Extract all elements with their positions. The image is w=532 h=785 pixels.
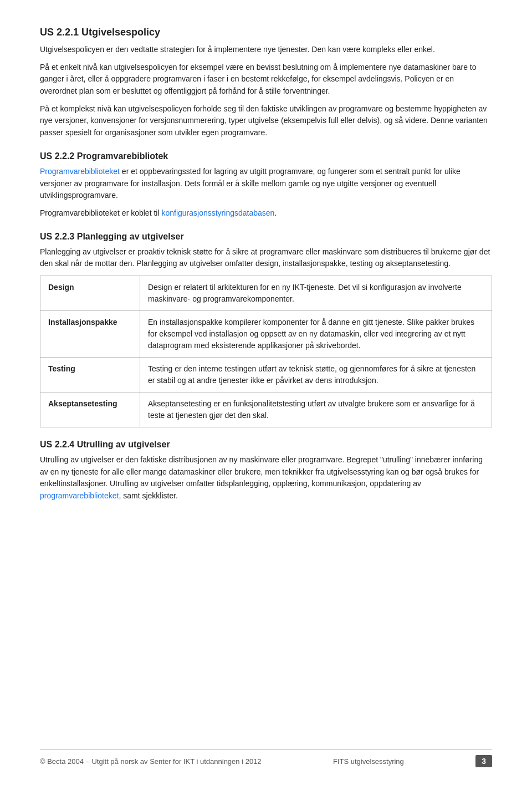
table-row-design: Design Design er relatert til arkitektur… (40, 276, 492, 310)
programvarebiblioteket-link[interactable]: Programvarebiblioteket (40, 167, 120, 176)
table-content-installasjonspakke: En installasjonspakke kompilerer kompone… (140, 310, 492, 357)
section-221-para-3: På et komplekst nivå kan utgivelsespolic… (40, 103, 492, 139)
konfigurasjonsstyringsdatabasen-link[interactable]: konfigurasjonsstyringsdatabasen (161, 208, 274, 217)
page-footer: © Becta 2004 – Utgitt på norsk av Senter… (40, 749, 492, 767)
table-label-design: Design (40, 276, 140, 310)
section-222-para-2: Programvarebiblioteket er koblet til kon… (40, 207, 492, 220)
table-row-akseptansetesting: Akseptansetesting Akseptansetesting er e… (40, 392, 492, 427)
table-content-akseptansetesting: Akseptansetesting er en funksjonalitetst… (140, 392, 492, 427)
section-223-para-1: Planlegging av utgivelser er proaktiv te… (40, 246, 492, 270)
page: US 2.2.1 Utgivelsespolicy Utgivelsespoli… (0, 0, 532, 785)
release-planning-table: Design Design er relatert til arkitektur… (40, 276, 492, 427)
section-224-para-text1: Utrulling av utgivelser er den faktiske … (40, 455, 483, 488)
table-label-installasjonspakke: Installasjonspakke (40, 310, 140, 357)
table-content-design: Design er relatert til arkitekturen for … (140, 276, 492, 310)
section-222-para-1: Programvarebiblioteket er et oppbevaring… (40, 166, 492, 202)
section-224-para-1: Utrulling av utgivelser er den faktiske … (40, 454, 492, 502)
section-224-para-text2: , samt sjekklister. (119, 491, 178, 500)
footer-left: © Becta 2004 – Utgitt på norsk av Senter… (40, 757, 262, 766)
section-221-para-1: Utgivelsespolicyen er den vedtatte strat… (40, 44, 492, 56)
table-row-testing: Testing Testing er den interne testingen… (40, 357, 492, 392)
table-label-akseptansetesting: Akseptansetesting (40, 392, 140, 427)
programvarebiblioteket-link-2[interactable]: programvarebiblioteket (40, 491, 119, 500)
section-221-para-2: På et enkelt nivå kan utgivelsespolicyen… (40, 62, 492, 98)
table-content-testing: Testing er den interne testingen utført … (140, 357, 492, 392)
table-label-testing: Testing (40, 357, 140, 392)
table-row-installasjonspakke: Installasjonspakke En installasjonspakke… (40, 310, 492, 357)
section-222-heading: US 2.2.2 Programvarebibliotek (40, 151, 492, 161)
page-number: 3 (475, 755, 492, 767)
section-222-para-2-text1: Programvarebiblioteket er koblet til (40, 208, 161, 217)
section-223-heading: US 2.2.3 Planlegging av utgivelser (40, 232, 492, 242)
section-224-heading: US 2.2.4 Utrulling av utgivelser (40, 440, 492, 450)
section-221-heading: US 2.2.1 Utgivelsespolicy (40, 27, 492, 38)
footer-right: FITS utgivelsesstyring (333, 757, 404, 766)
section-222-para-2-text2: . (274, 208, 277, 217)
